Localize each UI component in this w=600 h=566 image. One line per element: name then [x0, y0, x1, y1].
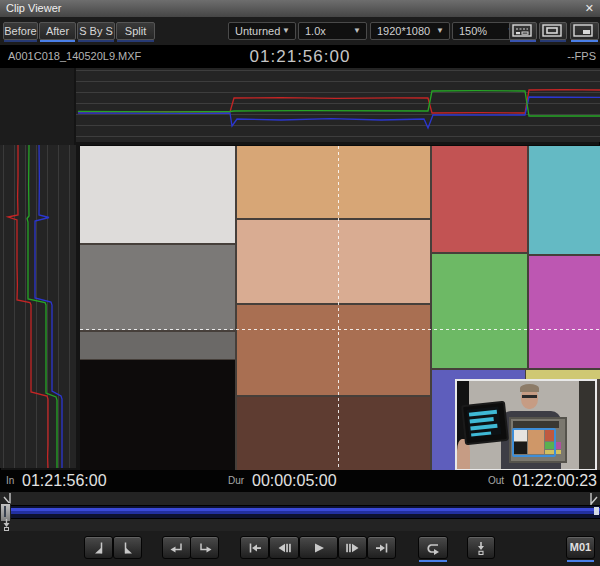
pip-person-hair [520, 384, 539, 392]
patch-cyan [529, 146, 600, 254]
prev-edit-button[interactable] [240, 536, 269, 559]
timeline[interactable] [0, 492, 600, 531]
step-back-button[interactable] [269, 536, 299, 559]
set-in-icon [91, 541, 107, 555]
crosshair-horizontal [80, 329, 600, 330]
range-bar: In 01:21:56:00 Dur 00:00:05:00 Out 01:22… [0, 470, 600, 492]
next-edit-icon [374, 541, 390, 555]
info-bar: 01:21:56:00 A001C018_140520L9.MXF --FPS [0, 45, 600, 68]
pip-tablet-content-row [470, 417, 494, 423]
chevron-down-icon: ▼ [353, 23, 361, 39]
transport-bar: M01 [0, 531, 600, 566]
split-underline [117, 40, 154, 42]
step-forward-icon [345, 541, 361, 555]
export-frame-button[interactable] [467, 536, 495, 559]
in-value: 01:21:56:00 [22, 470, 107, 492]
overlay-info-button[interactable] [509, 22, 537, 40]
side-by-side-button[interactable]: S By S [77, 22, 115, 40]
pip-toggle-underline [571, 40, 598, 42]
chevron-down-icon: ▼ [436, 23, 444, 39]
before-button[interactable]: Before [3, 22, 38, 40]
resolution-value: 1920*1080 [377, 23, 430, 39]
chevron-down-icon: ▼ [282, 23, 290, 39]
clip-marker-icon[interactable] [2, 519, 11, 531]
pip-tablet-content-row [470, 424, 497, 431]
step-back-icon [276, 541, 292, 555]
goto-out-icon [197, 541, 213, 555]
out-marker-flag[interactable] [590, 493, 598, 505]
vertical-scope-traces [0, 145, 76, 468]
goto-out-button[interactable] [190, 536, 219, 559]
pip-chart-label-band [513, 421, 559, 428]
patch-white [80, 146, 235, 243]
timeline-track[interactable] [1, 505, 600, 519]
patch-red [432, 146, 527, 252]
zoom-value: 150% [459, 23, 487, 39]
speed-value: 1.0x [305, 23, 326, 39]
pip-window[interactable] [455, 379, 597, 471]
pip-tablet-content-row [469, 410, 497, 417]
before-label: Before [4, 25, 36, 37]
loop-icon [424, 541, 442, 555]
next-edit-button[interactable] [367, 536, 396, 559]
loop-underline [419, 560, 447, 562]
pip-tablet-content-row [471, 431, 491, 436]
pip-icon [573, 24, 593, 37]
speed-dropdown[interactable]: 1.0x ▼ [298, 22, 367, 40]
rotation-value: Unturned [235, 23, 280, 39]
vertical-rgb-scope [0, 145, 76, 468]
titlebar[interactable]: Clip Viewer ✕ [0, 0, 600, 18]
patch-dark-brown [237, 397, 430, 471]
dur-value: 00:00:05:00 [252, 470, 337, 492]
step-forward-button[interactable] [338, 536, 367, 559]
export-frame-icon [473, 540, 489, 555]
patch-brown [237, 305, 430, 395]
rotation-dropdown[interactable]: Unturned ▼ [228, 22, 296, 40]
full-frame-button[interactable] [539, 22, 567, 40]
set-out-button[interactable] [113, 536, 142, 559]
pip-right-shadow [579, 381, 595, 469]
horizontal-scope-traces [76, 68, 600, 142]
patch-gray-light [80, 245, 235, 330]
overlay-info-underline [510, 40, 536, 42]
goto-in-button[interactable] [162, 536, 191, 559]
close-icon[interactable]: ✕ [585, 1, 594, 16]
m01-underline [567, 560, 594, 562]
play-button[interactable] [299, 536, 338, 559]
patch-gray-dark [80, 332, 235, 359]
horizontal-rgb-scope [76, 68, 600, 142]
side-by-side-underline [78, 40, 114, 42]
split-label: Split [125, 25, 146, 37]
scope-corner-panel [0, 68, 74, 145]
pip-color-chart [509, 417, 567, 463]
patch-black [80, 360, 235, 471]
after-button[interactable]: After [39, 22, 76, 40]
patch-green [432, 254, 527, 368]
resolution-dropdown[interactable]: 1920*1080 ▼ [370, 22, 450, 40]
set-in-button[interactable] [84, 536, 113, 559]
clip-name: A001C018_140520L9.MXF [8, 45, 141, 68]
dur-label: Dur [228, 470, 244, 492]
pip-tablet [461, 401, 509, 445]
prev-edit-icon [247, 541, 263, 555]
clip-viewer-window: Clip Viewer ✕ Before After S By S Split … [0, 0, 600, 566]
out-value: 01:22:00:23 [512, 470, 597, 492]
set-out-icon [120, 541, 136, 555]
after-label: After [46, 25, 69, 37]
patch-magenta [529, 256, 600, 368]
letterbox-icon [542, 24, 562, 37]
m01-button[interactable]: M01 [566, 536, 595, 559]
after-underline [40, 40, 75, 42]
in-label: In [6, 470, 14, 492]
timeline-end-cap [594, 507, 599, 515]
video-preview[interactable] [80, 145, 600, 471]
pip-toggle-button[interactable] [570, 22, 599, 40]
pip-tablet-screen [467, 407, 502, 438]
goto-in-icon [169, 541, 185, 555]
play-icon [311, 541, 327, 555]
loop-button[interactable] [418, 536, 448, 559]
patch-peach [237, 220, 430, 303]
patch-yellow [526, 370, 600, 379]
split-button[interactable]: Split [116, 22, 155, 40]
m01-label: M01 [570, 541, 591, 553]
